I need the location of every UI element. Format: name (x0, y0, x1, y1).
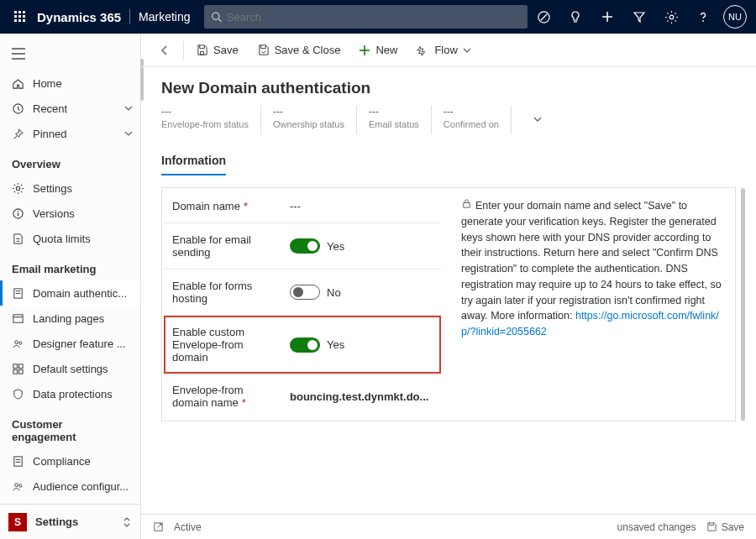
chevron-down-icon (123, 128, 134, 139)
doc-icon (12, 455, 24, 468)
status-email: ---Email status (369, 106, 432, 134)
section-customer-engagement: Customer engagement (0, 406, 140, 448)
svg-point-26 (18, 210, 19, 212)
save-close-button[interactable]: Save & Close (250, 37, 348, 64)
svg-line-12 (540, 13, 547, 20)
svg-rect-2 (23, 11, 25, 13)
required-indicator: * (242, 396, 246, 409)
svg-rect-0 (14, 11, 17, 13)
global-search[interactable] (204, 5, 528, 29)
command-bar: Save Save & Close New Flow (141, 34, 756, 67)
gear-icon[interactable] (657, 0, 685, 34)
form-container: Domain name* --- Enable for email sendin… (161, 187, 736, 421)
brand-name[interactable]: Dynamics 365 (37, 10, 121, 24)
svg-rect-8 (23, 19, 25, 22)
gear-icon (12, 182, 24, 195)
new-button[interactable]: New (352, 37, 404, 64)
info-icon (12, 207, 24, 220)
flow-button[interactable]: Flow (409, 37, 477, 64)
filter-icon[interactable] (625, 0, 654, 34)
nav-versions[interactable]: Versions (0, 201, 140, 226)
plus-icon[interactable] (593, 0, 622, 34)
app-launcher-icon[interactable] (7, 10, 34, 24)
toggle-email-sending[interactable] (290, 238, 320, 254)
lock-icon (461, 198, 472, 209)
section-overview: Overview (0, 146, 140, 175)
quota-icon (12, 233, 24, 245)
svg-rect-45 (464, 203, 470, 208)
flow-icon (416, 44, 429, 56)
chevron-down-icon (463, 46, 471, 55)
home-icon (12, 77, 24, 90)
save-button[interactable]: Save (189, 37, 245, 64)
nav-recent[interactable]: Recent (0, 96, 140, 121)
nav-compliance[interactable]: Compliance (0, 448, 140, 474)
nav-quota[interactable]: Quota limits (0, 226, 140, 251)
people-icon (12, 338, 24, 350)
area-label: Settings (35, 515, 78, 528)
popout-button[interactable] (153, 521, 164, 532)
top-app-bar: Dynamics 365 Marketing NU (0, 0, 756, 34)
tab-information[interactable]: Information (161, 149, 226, 175)
chevron-down-icon (123, 103, 134, 113)
search-input[interactable] (227, 11, 521, 24)
back-button[interactable] (151, 37, 178, 64)
footer-save-button[interactable]: Save (706, 521, 744, 533)
help-icon[interactable] (689, 0, 717, 34)
field-domain-name[interactable]: Domain name* --- (164, 190, 441, 223)
svg-rect-36 (13, 369, 18, 374)
pin-icon (12, 128, 24, 140)
svg-rect-5 (23, 15, 25, 18)
field-envelope-domain-name[interactable]: Envelope-from domain name* bouncing.test… (164, 374, 441, 419)
updown-icon (122, 516, 132, 528)
user-avatar[interactable]: NU (721, 0, 749, 34)
status-confirmed: ---Confirmed on (444, 106, 512, 134)
svg-rect-7 (18, 19, 21, 22)
nav-pinned[interactable]: Pinned (0, 121, 140, 146)
status-envelope-from: ---Envelope-from status (161, 106, 261, 134)
bulb-icon[interactable] (561, 0, 590, 34)
save-icon (196, 44, 208, 56)
toggle-custom-envelope[interactable] (290, 338, 320, 353)
clock-icon (12, 102, 24, 115)
status-row: ---Envelope-from status ---Ownership sta… (161, 106, 736, 135)
footer-status-bar: Active unsaved changes Save (141, 514, 756, 539)
svg-rect-3 (14, 15, 17, 18)
left-nav: Home Recent Pinned Overview Settings Ver… (0, 34, 141, 539)
expand-header-button[interactable] (532, 113, 543, 128)
plus-icon (359, 44, 370, 56)
nav-domain-auth[interactable]: Domain authentic... (0, 280, 140, 306)
toggle-custom-envelope-label: Yes (327, 338, 344, 351)
nav-data-protections[interactable]: Data protections (0, 381, 140, 406)
save-close-icon (257, 44, 270, 56)
section-email-marketing: Email marketing (0, 251, 140, 280)
people-icon (12, 480, 24, 493)
svg-point-23 (16, 186, 19, 190)
grid-icon (12, 363, 24, 375)
unsaved-changes-label: unsaved changes (617, 521, 696, 533)
nav-landing-pages[interactable]: Landing pages (0, 306, 140, 331)
area-badge: S (8, 513, 27, 531)
target-icon[interactable] (529, 0, 558, 34)
nav-settings[interactable]: Settings (0, 175, 140, 201)
hamburger-icon[interactable] (0, 37, 140, 71)
svg-rect-38 (14, 456, 22, 465)
toggle-forms-hosting[interactable] (290, 285, 320, 300)
info-panel: Enter your domain name and select "Save"… (458, 190, 733, 419)
svg-rect-37 (18, 369, 23, 374)
nav-default-settings[interactable]: Default settings (0, 356, 140, 381)
svg-point-17 (669, 15, 674, 19)
nav-audience-config[interactable]: Audience configur... (0, 474, 140, 499)
field-forms-hosting: Enable for forms hosting No (164, 270, 441, 316)
required-indicator: * (244, 200, 248, 212)
svg-point-42 (19, 484, 22, 486)
app-name[interactable]: Marketing (139, 10, 190, 24)
nav-home[interactable]: Home (0, 71, 140, 96)
form-tabs: Information (141, 140, 756, 175)
toggle-email-sending-label: Yes (327, 240, 344, 253)
nav-designer-feature[interactable]: Designer feature ... (0, 331, 140, 356)
svg-rect-34 (13, 364, 18, 368)
svg-rect-1 (18, 11, 21, 13)
area-switcher[interactable]: S Settings (0, 504, 140, 539)
svg-point-41 (15, 483, 18, 486)
